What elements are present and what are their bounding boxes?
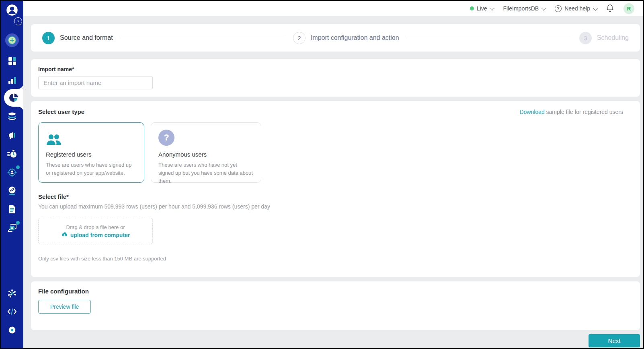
help-label: Need help xyxy=(564,5,590,12)
status-dot-icon xyxy=(470,6,474,10)
import-name-section: Import name* xyxy=(31,59,640,97)
environment-label: Live xyxy=(477,5,487,12)
sidebar-item-developer[interactable] xyxy=(1,303,23,320)
option-description: These are users who have signed up or re… xyxy=(46,161,137,177)
sidebar-item-data[interactable] xyxy=(1,107,23,125)
upload-from-computer-link[interactable]: upload from computer xyxy=(61,232,130,238)
project-selector[interactable]: FileImportsDB xyxy=(503,5,545,12)
select-file-section: Select file* You can upload maximum 509,… xyxy=(38,193,633,262)
preview-file-button[interactable]: Preview file xyxy=(38,300,91,314)
file-support-note: Only csv files with size less than 150 M… xyxy=(38,256,633,262)
plus-icon xyxy=(5,33,19,47)
source-section: Select user type Download sample file fo… xyxy=(31,101,640,277)
file-configuration-label: File configuration xyxy=(38,288,633,295)
trend-ball-icon xyxy=(7,186,17,196)
step-source-and-format[interactable]: 1 Source and format xyxy=(42,32,113,44)
step-connector xyxy=(406,38,572,38)
chevron-down-icon xyxy=(593,5,598,10)
question-mark-icon: ? xyxy=(158,130,174,146)
import-name-label: Import name* xyxy=(38,66,633,72)
file-configuration-section: File configuration Preview file xyxy=(31,281,640,330)
help-circle-icon: ? xyxy=(555,5,562,12)
step-number: 2 xyxy=(293,32,306,44)
option-title: Registered users xyxy=(46,151,137,158)
registered-users-card[interactable]: Registered users These are users who hav… xyxy=(38,122,144,183)
database-icon xyxy=(8,112,16,121)
question-mark-icon-wrap: ? xyxy=(158,130,254,146)
collapse-sidebar-button[interactable]: › xyxy=(13,16,23,27)
chevron-down-icon xyxy=(490,5,495,10)
layers-icon xyxy=(7,223,17,233)
project-name: FileImportsDB xyxy=(503,5,539,12)
chevron-right-icon: › xyxy=(14,17,22,25)
topbar: Live FileImportsDB ? Need help R xyxy=(23,1,643,16)
code-icon xyxy=(7,308,17,316)
sidebar-item-predictions[interactable] xyxy=(1,182,23,200)
step-connector xyxy=(120,38,286,38)
select-file-label: Select file* xyxy=(38,193,633,200)
bar-chart-icon xyxy=(8,76,16,84)
step-label: Import configuration and action xyxy=(311,34,399,41)
gear-icon xyxy=(7,325,17,335)
upload-limit-note: You can upload maximum 509,993 rows (use… xyxy=(38,203,633,210)
step-scheduling: 3 Scheduling xyxy=(579,32,629,44)
avatar-initial: R xyxy=(627,6,631,12)
notification-dot xyxy=(16,165,20,169)
step-label: Scheduling xyxy=(597,34,629,41)
sidebar-item-campaigns[interactable] xyxy=(1,126,23,144)
sidebar-item-audiences[interactable] xyxy=(1,163,23,181)
bell-icon xyxy=(606,4,614,13)
cloud-upload-icon xyxy=(61,232,68,238)
notification-dot xyxy=(16,221,20,225)
logo-icon xyxy=(6,4,18,16)
chevron-down-icon xyxy=(541,5,547,10)
sidebar-item-journeys[interactable] xyxy=(1,145,23,163)
download-rest-text: sample file for registered users xyxy=(545,109,623,115)
option-title: Anonymous users xyxy=(158,151,254,158)
sidebar-item-settings[interactable] xyxy=(1,321,23,339)
next-button[interactable]: Next xyxy=(589,334,640,347)
sidebar: › xyxy=(1,1,23,348)
option-description: These are users who have not yet signed … xyxy=(158,161,254,185)
dashboard-grid-icon xyxy=(8,57,16,65)
step-number: 3 xyxy=(579,32,592,44)
anonymous-users-card[interactable]: ? Anonymous users These are users who ha… xyxy=(151,122,261,183)
network-icon xyxy=(7,289,17,298)
stopwatch-icon xyxy=(7,149,17,158)
help-menu[interactable]: ? Need help xyxy=(555,5,597,12)
environment-selector[interactable]: Live xyxy=(470,5,494,12)
download-sample-text: Download sample file for registered user… xyxy=(519,109,623,115)
notifications-button[interactable] xyxy=(606,4,614,13)
pie-chart-icon xyxy=(9,93,18,103)
step-number: 1 xyxy=(42,32,55,44)
sidebar-item-reports[interactable] xyxy=(1,200,23,218)
create-new-button[interactable] xyxy=(1,31,23,49)
user-avatar[interactable]: R xyxy=(623,3,634,14)
sidebar-item-boards[interactable] xyxy=(1,219,23,237)
dropzone-text: Drag & drop a file here or xyxy=(66,224,125,230)
sidebar-item-dashboards[interactable] xyxy=(1,52,23,70)
wizard-stepper: 1 Source and format 2 Import configurati… xyxy=(31,24,640,52)
step-import-configuration[interactable]: 2 Import configuration and action xyxy=(293,32,399,44)
megaphone-icon xyxy=(8,131,16,140)
step-label: Source and format xyxy=(60,34,113,41)
user-type-options: Registered users These are users who hav… xyxy=(38,122,633,183)
download-link[interactable]: Download xyxy=(519,109,544,115)
sidebar-item-data-imports[interactable] xyxy=(4,89,23,107)
audience-target-icon xyxy=(7,167,17,177)
users-icon xyxy=(46,130,137,146)
footer-actions: Next xyxy=(31,334,640,347)
clevertap-logo[interactable] xyxy=(1,2,23,18)
file-dropzone[interactable]: Drag & drop a file here or upload from c… xyxy=(38,218,153,244)
app-window: › xyxy=(0,0,644,349)
upload-link-text: upload from computer xyxy=(70,232,130,238)
main-content: 1 Source and format 2 Import configurati… xyxy=(23,16,643,348)
import-name-input[interactable] xyxy=(38,76,153,89)
document-icon xyxy=(8,205,16,214)
sidebar-item-integrations[interactable] xyxy=(1,285,23,302)
